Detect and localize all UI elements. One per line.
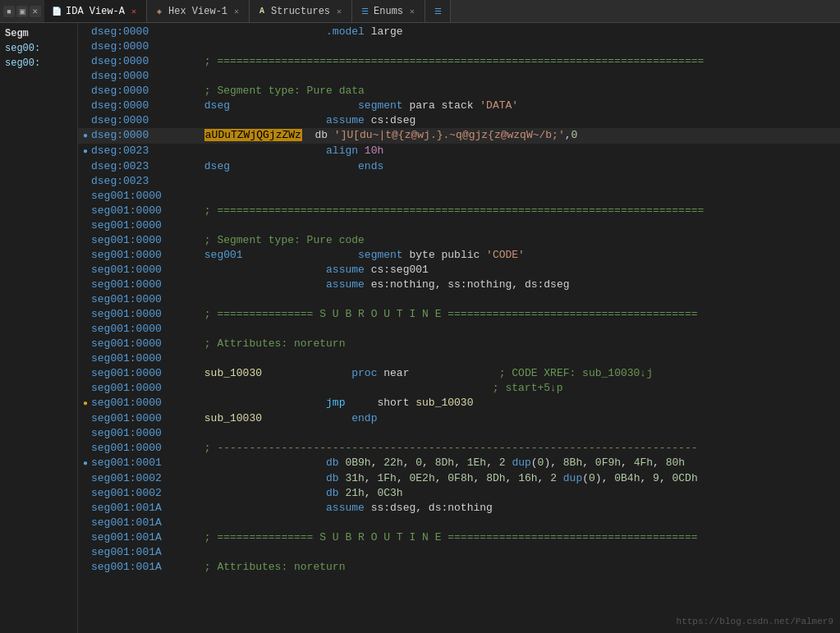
code-text: seg001 segment byte public 'CODE' (198, 248, 525, 263)
code-line: seg001:001A (78, 545, 840, 560)
code-line: dseg:0000 .model large (78, 25, 840, 39)
code-text: db 21h, 0C3h (198, 486, 403, 501)
tab-enum-close[interactable]: ✕ (406, 6, 418, 17)
code-line-highlighted: ● dseg:0000 aUDuTZWjQGjzZWz db ']U[du~|t… (78, 128, 840, 144)
code-line: seg001:0000 ; start+5↓p (78, 381, 840, 396)
code-line: seg001:0000 (78, 322, 840, 337)
code-line: seg001:0000 (78, 218, 840, 233)
main-layout: Segm seg00: seg00: dseg:0000 .model larg… (0, 23, 840, 633)
code-line: seg001:001A ; Attributes: noreturn (78, 560, 840, 575)
code-text: sub_10030 proc near ; CODE XREF: sub_100… (198, 366, 653, 381)
code-area[interactable]: dseg:0000 .model large dseg:0000 dseg:00… (78, 23, 840, 633)
code-line: seg001:0000 seg001 segment byte public '… (78, 248, 840, 263)
tab-ctrl-close[interactable]: ✕ (30, 6, 41, 17)
code-line: dseg:0000 dseg segment para stack 'DATA' (78, 99, 840, 113)
code-line: seg001:0000 ; Segment type: Pure code (78, 233, 840, 248)
addr: seg001:0000 (91, 426, 198, 441)
code-line: seg001:0000 ; =============== S U B R O … (78, 307, 840, 322)
tab-extra[interactable]: ☰ (425, 0, 451, 23)
tab-ctrl-2[interactable]: ▣ (16, 6, 28, 17)
code-line: dseg:0000 ; ============================… (78, 54, 840, 69)
code-text: aUDuTZWjQGjzZWz db ']U[du~|t@{z@wj.}.~q@… (198, 128, 577, 143)
bullet-blue: ● (80, 129, 91, 144)
code-text: ; --------------------------------------… (198, 441, 698, 456)
tab-hex-close[interactable]: ✕ (231, 6, 242, 17)
code-line: seg001:0000 ; --------------------------… (78, 441, 840, 456)
code-line: dseg:0000 (78, 69, 840, 84)
code-line: seg001:0002 db 31h, 1Fh, 0E2h, 0F8h, 8Dh… (78, 471, 840, 486)
addr: seg001:0000 (91, 189, 198, 204)
tab-controls: ■ ▣ ✕ (0, 6, 44, 17)
tab-ctrl-1[interactable]: ■ (3, 6, 15, 17)
tab-hex-view[interactable]: ◈ Hex View-1 ✕ (147, 0, 250, 23)
addr: seg001:0000 (91, 263, 198, 278)
code-text: align 10h (198, 144, 383, 158)
bullet-orange: ● (80, 397, 91, 411)
tab-struct-icon: A (256, 6, 268, 17)
code-line: dseg:0023 dseg ends (78, 159, 840, 174)
addr: seg001:0000 (91, 322, 198, 337)
code-text: dseg segment para stack 'DATA' (198, 99, 518, 113)
code-text: assume cs:seg001 (198, 263, 429, 278)
tab-enum-label: Enums (374, 6, 403, 17)
tab-hex-label: Hex View-1 (168, 6, 227, 17)
code-text: assume es:nothing, ss:nothing, ds:dseg (198, 278, 569, 292)
tab-struct-close[interactable]: ✕ (333, 6, 345, 17)
addr: seg001:0000 (91, 441, 198, 456)
sidebar-item-1[interactable]: seg00: (0, 41, 77, 56)
code-line: seg001:0000 (78, 351, 840, 366)
sidebar: Segm seg00: seg00: (0, 23, 78, 633)
addr: seg001:0002 (91, 486, 198, 501)
addr: dseg:0000 (91, 69, 198, 84)
addr: seg001:001A (91, 516, 198, 530)
addr: seg001:001A (91, 530, 198, 545)
code-line: dseg:0000 (78, 39, 840, 54)
tab-hex-icon: ◈ (154, 6, 165, 17)
addr: dseg:0023 (91, 174, 198, 189)
code-line: seg001:0000 sub_10030 endp (78, 411, 840, 426)
code-line: seg001:0000 assume cs:seg001 (78, 263, 840, 278)
code-text: ; =============== S U B R O U T I N E ==… (198, 530, 698, 545)
code-line: seg001:0002 db 21h, 0C3h (78, 486, 840, 501)
bullet-blue: ● (80, 456, 91, 471)
code-text: ; Attributes: noreturn (198, 337, 345, 351)
tab-ida-view[interactable]: 📄 IDA View-A ✕ (44, 0, 147, 23)
code-text: db 0B9h, 22h, 0, 8Dh, 1Eh, 2 dup(0), 8Bh… (198, 456, 685, 470)
code-line: seg001:001A ; =============== S U B R O … (78, 530, 840, 545)
code-line: ● seg001:0001 db 0B9h, 22h, 0, 8Dh, 1Eh,… (78, 456, 840, 471)
code-line: seg001:0000 assume es:nothing, ss:nothin… (78, 278, 840, 292)
bullet-blue: ● (80, 144, 91, 159)
code-line: dseg:0000 ; Segment type: Pure data (78, 84, 840, 99)
tab-structures[interactable]: A Structures ✕ (250, 0, 352, 23)
code-line: seg001:0000 (78, 426, 840, 441)
code-text: dseg ends (198, 159, 383, 174)
code-line: seg001:0000 ; ==========================… (78, 204, 840, 218)
tab-bar: ■ ▣ ✕ 📄 IDA View-A ✕ ◈ Hex View-1 ✕ A St… (0, 0, 840, 23)
watermark: https://blog.csdn.net/Palmer9 (677, 617, 833, 626)
tab-enum-icon: ☰ (359, 6, 370, 17)
addr: seg001:0000 (91, 381, 198, 396)
sidebar-item-2[interactable]: seg00: (0, 56, 77, 71)
addr: seg001:001A (91, 545, 198, 560)
addr: seg001:0000 (91, 278, 198, 292)
addr: seg001:0000 (91, 366, 198, 381)
code-text: ; =============== S U B R O U T I N E ==… (198, 307, 698, 322)
addr: seg001:0000 (91, 411, 198, 426)
addr: dseg:0023 (91, 144, 198, 158)
tab-enums[interactable]: ☰ Enums ✕ (352, 0, 425, 23)
tab-struct-label: Structures (271, 6, 330, 17)
code-text: ; start+5↓p (198, 381, 563, 396)
addr: seg001:0000 (91, 337, 198, 351)
code-line: seg001:0000 ; Attributes: noreturn (78, 337, 840, 351)
code-line: seg001:0000 sub_10030 proc near ; CODE X… (78, 366, 840, 381)
addr: dseg:0023 (91, 159, 198, 174)
tab-ida-label: IDA View-A (66, 6, 125, 17)
addr: seg001:0000 (91, 218, 198, 233)
code-text: ; Attributes: noreturn (198, 560, 345, 575)
addr: dseg:0000 (91, 25, 198, 39)
addr: seg001:001A (91, 501, 198, 516)
code-text: ; Segment type: Pure code (198, 233, 365, 248)
code-text: .model large (198, 25, 403, 39)
tab-ida-close[interactable]: ✕ (128, 6, 140, 17)
addr: seg001:0001 (91, 456, 198, 470)
